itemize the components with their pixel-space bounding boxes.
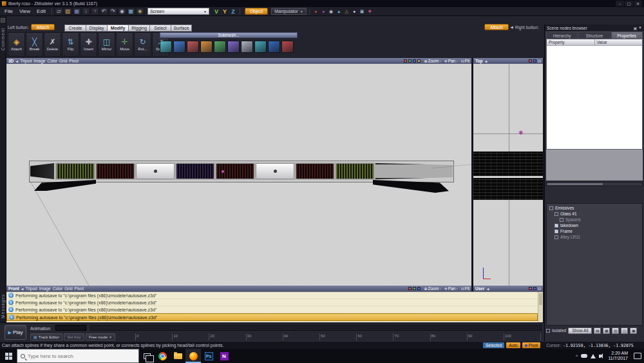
front-option-grid[interactable]: Grid [64, 286, 72, 291]
scene-tab-structure[interactable]: Structure [578, 32, 610, 39]
set-key-button[interactable]: Set Key [64, 333, 84, 340]
vertex-dot-icon[interactable]: ● [352, 8, 357, 14]
submesh-tool-1-icon[interactable] [160, 41, 172, 53]
render-mode-icon[interactable] [408, 287, 412, 290]
photoshop-icon[interactable]: Ps [201, 349, 216, 363]
wire-mode-icon[interactable] [417, 287, 421, 290]
tool-break-button[interactable]: ╳Break [26, 32, 43, 57]
light-magenta-icon[interactable]: ● [321, 8, 327, 14]
z-axis-icon[interactable]: Z [229, 8, 237, 15]
viewport-top-canvas[interactable]: ✱ [473, 64, 543, 286]
timeline-tick-80[interactable]: 80 [431, 333, 468, 340]
properties-hscrollbar-thumb[interactable] [547, 183, 603, 185]
log-scrollbar[interactable] [538, 292, 543, 322]
fit-control[interactable]: ⊡Fit [461, 59, 469, 63]
selected-badge[interactable]: Selected [483, 342, 504, 348]
shade-mode-icon[interactable] [413, 287, 416, 290]
node-checkbox-glass-1[interactable] [554, 212, 558, 216]
save-icon[interactable]: ▦ [73, 8, 81, 15]
render-mode-icon[interactable] [529, 287, 532, 290]
pivot-marker-icon[interactable]: ✱ [518, 130, 524, 136]
node-emissives[interactable]: Emissives [547, 205, 642, 211]
submesh-tool-7-icon[interactable] [241, 41, 253, 53]
ribbon-tab-modify[interactable]: Modify [107, 25, 128, 32]
fit-icon[interactable]: ⊡ [538, 59, 541, 63]
search-input[interactable] [28, 353, 135, 359]
view-columns-icon[interactable]: ▥ [612, 328, 619, 334]
timeline-tick-20[interactable]: 20 [209, 333, 246, 340]
ribbon-tab-rigging[interactable]: Rigging [128, 25, 149, 32]
play-button[interactable]: ▶ Play [5, 325, 26, 340]
tool-mirror-button[interactable]: ◫Mirror [98, 32, 115, 57]
texture-mode-icon[interactable] [417, 59, 421, 63]
track-editor-button[interactable]: ▤ Track Editor [30, 333, 62, 340]
file-explorer-icon[interactable] [170, 349, 185, 363]
viewport-front-label[interactable]: Front [8, 286, 19, 291]
value-column-header[interactable]: Value [595, 39, 643, 45]
timeline-ruler[interactable]: 0102030405060708090100 [135, 333, 541, 340]
chevron-left-icon[interactable]: ◀ [21, 287, 24, 291]
menu-view[interactable]: View [16, 8, 33, 15]
menu-file[interactable]: File [1, 8, 16, 15]
show-all-button[interactable]: Show All [568, 328, 592, 334]
viewport-3d-canvas[interactable] [6, 64, 471, 286]
onedrive-icon[interactable] [581, 354, 587, 358]
onenote-icon[interactable]: N [216, 349, 232, 363]
front-option-pivot[interactable]: Pivot [75, 286, 84, 291]
pin-icon[interactable]: ▣ [633, 26, 637, 30]
node-frame[interactable]: ✓Frame [547, 228, 642, 234]
task-view-button[interactable] [139, 349, 155, 363]
wire-mode-icon[interactable] [413, 59, 416, 63]
render-mode-icon[interactable] [529, 59, 532, 63]
timeline-tick-30[interactable]: 30 [247, 333, 283, 340]
submesh-tool-8-icon[interactable] [254, 41, 267, 53]
tool-flip-button[interactable]: ⇅Flip [62, 32, 79, 57]
viewport-3d-label[interactable]: 3D [8, 59, 14, 63]
node-checkbox-emissives[interactable] [549, 206, 553, 210]
tool-insert-button[interactable]: ✚Insert [80, 32, 97, 57]
free-mode-dropdown[interactable]: Free mode ▼ [86, 333, 115, 340]
start-button[interactable] [0, 349, 17, 363]
log-entry[interactable]: iPerforming autosave to "c:\program file… [6, 292, 538, 299]
pivot-badge[interactable]: Pivot [522, 342, 540, 348]
volume-icon[interactable] [599, 355, 601, 358]
animation-track[interactable] [90, 325, 542, 331]
timeline-tick-70[interactable]: 70 [393, 333, 430, 340]
log-entry[interactable]: iPerforming autosave to "c:\program file… [6, 299, 538, 306]
submesh-tool-4-icon[interactable] [200, 41, 213, 53]
node-checkbox-spacers[interactable] [560, 218, 564, 222]
node-checkbox-takedown[interactable]: ✓ [554, 224, 558, 228]
minimize-button[interactable]: – [616, 1, 624, 6]
view-detail-icon[interactable]: ▣ [630, 328, 637, 334]
3d-option-pivot[interactable]: Pivot [69, 59, 78, 63]
fit-control[interactable]: ⊡Fit [461, 286, 469, 291]
ribbon-tab-surface[interactable]: Surface [171, 25, 192, 32]
timeline-tick-100[interactable]: 100 [504, 333, 541, 340]
ribbon-tab-display[interactable]: Display [86, 25, 107, 32]
paint-icon[interactable]: ❖ [367, 8, 373, 14]
tool-rot-button[interactable]: ↻Rot... [134, 32, 151, 57]
node-spacers[interactable]: Spacers [547, 217, 642, 222]
polygon-mode-icon[interactable]: ▲ [336, 8, 342, 14]
export-icon[interactable]: ↑ [91, 8, 99, 15]
open-folder-icon[interactable]: ▨ [64, 8, 72, 15]
left-attach-button[interactable]: Attach [31, 24, 55, 30]
properties-hscrollbar[interactable] [546, 182, 643, 186]
snap-icon[interactable]: ◈ [136, 8, 144, 15]
light-red-icon[interactable]: ● [313, 8, 319, 14]
y-axis-icon[interactable]: Y [221, 8, 229, 15]
timeline-tick-90[interactable]: 90 [468, 333, 504, 340]
pan-control[interactable]: ✛Pan↕ [444, 59, 458, 63]
grid-toggle-icon[interactable]: ▦ [127, 8, 135, 15]
timeline-tick-50[interactable]: 50 [320, 333, 357, 340]
animation-name-input[interactable] [55, 325, 86, 331]
close-button[interactable]: ✕ [634, 1, 642, 6]
submesh-tool-2-icon[interactable] [173, 41, 185, 53]
submesh-header[interactable]: Submesh... [160, 32, 298, 38]
pan-control[interactable]: ✛Pan↕ [444, 286, 458, 291]
settings-icon[interactable]: ◉ [118, 8, 126, 15]
tool-move-button[interactable]: ✛Move [116, 32, 133, 57]
manipulator-dropdown[interactable]: Manipulator ▼ [271, 8, 307, 15]
3d-option-color[interactable]: Color [47, 59, 57, 63]
submesh-tool-5-icon[interactable] [214, 41, 226, 53]
